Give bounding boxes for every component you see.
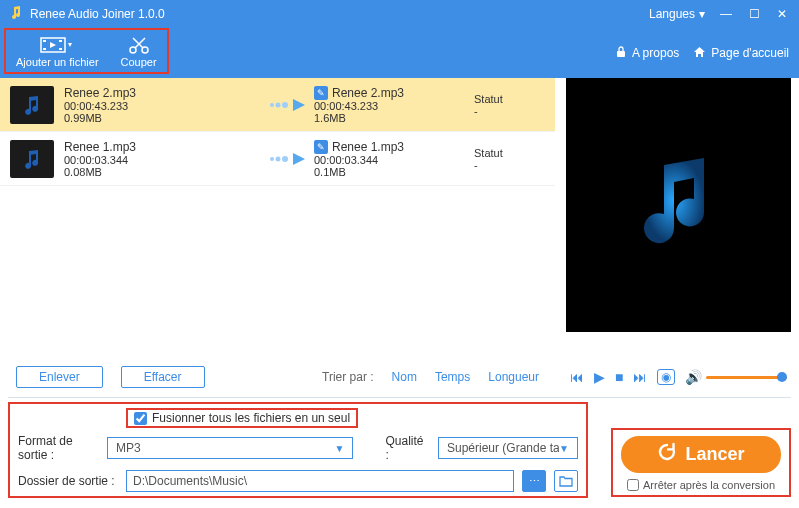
source-duration: 00:00:03.344 [64, 154, 264, 166]
destination-duration: 00:00:43.233 [314, 100, 474, 112]
sort-by-length[interactable]: Longueur [488, 370, 539, 384]
merge-checkbox-input[interactable] [134, 412, 147, 425]
merge-checkbox[interactable]: Fusionner tous les fichiers en un seul [126, 408, 358, 428]
arrow-icon [264, 97, 314, 113]
stop-icon[interactable]: ■ [615, 369, 623, 385]
quality-value: Supérieur (Grande ta [447, 441, 559, 455]
file-thumbnail [10, 140, 54, 178]
source-size: 0.99MB [64, 112, 264, 124]
edit-icon[interactable]: ✎ [314, 86, 328, 100]
svg-rect-1 [43, 40, 46, 42]
maximize-button[interactable]: ☐ [745, 7, 763, 21]
output-folder-input[interactable]: D:\Documents\Music\ [126, 470, 514, 492]
stop-after-input[interactable] [627, 479, 639, 491]
destination-size: 0.1MB [314, 166, 474, 178]
cut-label: Couper [121, 56, 157, 68]
app-title: Renee Audio Joiner 1.0.0 [30, 7, 649, 21]
source-duration: 00:00:43.233 [64, 100, 264, 112]
volume-thumb[interactable] [777, 372, 787, 382]
destination-name: Renee 2.mp3 [332, 86, 404, 100]
toolbar-right-links: A propos Page d'accueil [615, 46, 789, 61]
preview-pane [566, 78, 791, 332]
skip-forward-icon[interactable]: ⏭ [633, 369, 647, 385]
stop-after-checkbox[interactable]: Arrêter après la conversion [621, 479, 781, 491]
about-label: A propos [632, 46, 679, 60]
home-label: Page d'accueil [711, 46, 789, 60]
svg-rect-4 [59, 48, 62, 50]
title-bar: Renee Audio Joiner 1.0.0 Langues ▾ — ☐ ✕ [0, 0, 799, 28]
file-thumbnail [10, 86, 54, 124]
source-size: 0.08MB [64, 166, 264, 178]
minimize-button[interactable]: — [717, 7, 735, 21]
destination-name: Renee 1.mp3 [332, 140, 404, 154]
add-file-button[interactable]: Ajouter un fichier [10, 32, 105, 70]
sort-by-name[interactable]: Nom [392, 370, 417, 384]
launch-label: Lancer [685, 444, 744, 465]
browse-folder-button[interactable] [554, 470, 578, 492]
refresh-icon [657, 442, 677, 467]
chevron-down-icon: ▼ [559, 443, 569, 454]
language-label: Langues [649, 7, 695, 21]
more-button[interactable]: ⋯ [522, 470, 546, 492]
launch-button[interactable]: Lancer [621, 436, 781, 473]
play-icon[interactable]: ▶ [594, 369, 605, 385]
add-file-label: Ajouter un fichier [16, 56, 99, 68]
playback-controls: ⏮ ▶ ■ ⏭ ◉ 🔊 [566, 362, 791, 392]
status-column: Statut - [474, 93, 534, 117]
format-select[interactable]: MP3 ▼ [107, 437, 353, 459]
chevron-down-icon: ▼ [334, 443, 344, 454]
home-link[interactable]: Page d'accueil [693, 46, 789, 61]
status-label: Statut [474, 93, 534, 105]
svg-rect-7 [617, 51, 625, 57]
svg-point-13 [282, 156, 288, 162]
close-button[interactable]: ✕ [773, 7, 791, 21]
remove-button[interactable]: Enlever [16, 366, 103, 388]
snapshot-icon[interactable]: ◉ [657, 369, 675, 385]
chevron-down-icon: ▾ [699, 7, 705, 21]
svg-rect-2 [43, 48, 46, 50]
list-controls-bar: Enlever Effacer Trier par : Nom Temps Lo… [0, 362, 555, 392]
cut-button[interactable]: Couper [115, 32, 163, 70]
app-logo-icon [8, 5, 24, 24]
destination-column: ✎ Renee 2.mp3 00:00:43.233 1.6MB [314, 86, 474, 124]
format-label: Format de sortie : [18, 434, 99, 462]
source-column: Renee 1.mp3 00:00:03.344 0.08MB [64, 140, 264, 178]
folder-label: Dossier de sortie : [18, 474, 118, 488]
file-list: Renee 2.mp3 00:00:43.233 0.99MB ✎ Renee … [0, 78, 555, 330]
format-value: MP3 [116, 441, 141, 455]
arrow-icon [264, 151, 314, 167]
toolbar-highlight-group: Ajouter un fichier Couper [4, 28, 169, 74]
launch-panel: Lancer Arrêter après la conversion [611, 428, 791, 497]
edit-icon[interactable]: ✎ [314, 140, 328, 154]
clear-button[interactable]: Effacer [121, 366, 205, 388]
stop-after-label: Arrêter après la conversion [643, 479, 775, 491]
filmstrip-add-icon [40, 34, 74, 56]
file-row[interactable]: Renee 1.mp3 00:00:03.344 0.08MB ✎ Renee … [0, 132, 555, 186]
merge-label: Fusionner tous les fichiers en un seul [152, 411, 350, 425]
file-row[interactable]: Renee 2.mp3 00:00:43.233 0.99MB ✎ Renee … [0, 78, 555, 132]
main-toolbar: Ajouter un fichier Couper A propos Page … [0, 28, 799, 78]
language-menu[interactable]: Langues ▾ [649, 7, 705, 21]
status-label: Statut [474, 147, 534, 159]
status-value: - [474, 105, 534, 117]
svg-point-11 [270, 157, 274, 161]
output-settings-panel: Fusionner tous les fichiers en un seul F… [8, 402, 588, 498]
window-controls: — ☐ ✕ [717, 7, 791, 21]
scissors-icon [128, 34, 150, 56]
svg-point-12 [276, 156, 281, 161]
quality-label: Qualité : [385, 434, 430, 462]
skip-back-icon[interactable]: ⏮ [570, 369, 584, 385]
volume-control: 🔊 [685, 369, 787, 385]
source-name: Renee 2.mp3 [64, 86, 264, 100]
volume-icon[interactable]: 🔊 [685, 369, 702, 385]
about-link[interactable]: A propos [615, 46, 679, 61]
svg-point-9 [276, 102, 281, 107]
volume-slider[interactable] [706, 376, 787, 379]
divider [8, 397, 791, 398]
sort-by-time[interactable]: Temps [435, 370, 470, 384]
status-value: - [474, 159, 534, 171]
source-column: Renee 2.mp3 00:00:43.233 0.99MB [64, 86, 264, 124]
source-name: Renee 1.mp3 [64, 140, 264, 154]
folder-value: D:\Documents\Music\ [133, 474, 507, 488]
quality-select[interactable]: Supérieur (Grande ta ▼ [438, 437, 578, 459]
